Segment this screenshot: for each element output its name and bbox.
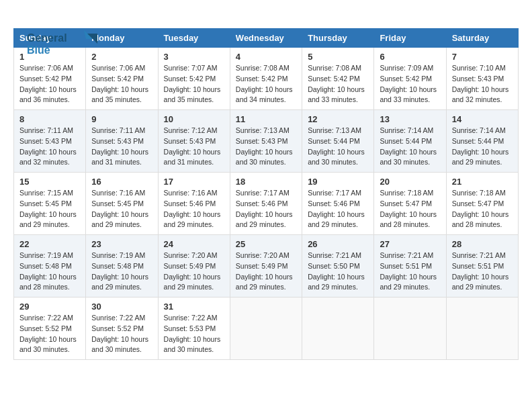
calendar-cell: 31Sunrise: 7:22 AMSunset: 5:53 PMDayligh…	[158, 298, 230, 360]
day-number: 19	[308, 177, 368, 187]
calendar-cell: 24Sunrise: 7:20 AMSunset: 5:49 PMDayligh…	[158, 235, 230, 298]
day-number: 31	[164, 302, 224, 312]
calendar-cell	[302, 298, 374, 360]
logo-svg: General Blue	[27, 27, 107, 60]
calendar-cell: 29Sunrise: 7:22 AMSunset: 5:52 PMDayligh…	[14, 298, 86, 360]
day-number: 3	[164, 52, 224, 62]
day-number: 18	[236, 177, 296, 187]
day-number: 7	[452, 52, 513, 62]
calendar-cell: 15Sunrise: 7:15 AMSunset: 5:45 PMDayligh…	[14, 173, 86, 235]
calendar-cell: 3Sunrise: 7:07 AMSunset: 5:42 PMDaylight…	[158, 48, 230, 110]
weekday-header-thursday: Thursday	[302, 29, 374, 48]
day-number: 15	[19, 177, 80, 187]
day-info: Sunrise: 7:12 AMSunset: 5:43 PMDaylight:…	[164, 126, 224, 168]
day-number: 16	[91, 177, 152, 187]
calendar-cell: 18Sunrise: 7:17 AMSunset: 5:46 PMDayligh…	[230, 173, 302, 235]
day-info: Sunrise: 7:18 AMSunset: 5:47 PMDaylight:…	[452, 188, 513, 230]
calendar-cell: 14Sunrise: 7:14 AMSunset: 5:44 PMDayligh…	[446, 110, 518, 173]
day-info: Sunrise: 7:19 AMSunset: 5:48 PMDaylight:…	[91, 250, 152, 293]
day-info: Sunrise: 7:14 AMSunset: 5:44 PMDaylight:…	[380, 126, 440, 168]
day-number: 21	[452, 177, 513, 187]
calendar-cell: 11Sunrise: 7:13 AMSunset: 5:43 PMDayligh…	[230, 110, 302, 173]
day-number: 24	[164, 239, 224, 249]
calendar-cell: 7Sunrise: 7:10 AMSunset: 5:43 PMDaylight…	[446, 48, 518, 110]
weekday-header-tuesday: Tuesday	[158, 29, 230, 48]
day-info: Sunrise: 7:16 AMSunset: 5:46 PMDaylight:…	[164, 188, 224, 230]
day-info: Sunrise: 7:08 AMSunset: 5:42 PMDaylight:…	[236, 63, 296, 105]
day-info: Sunrise: 7:17 AMSunset: 5:46 PMDaylight:…	[308, 188, 368, 230]
day-number: 5	[308, 52, 368, 62]
calendar-cell: 16Sunrise: 7:16 AMSunset: 5:45 PMDayligh…	[86, 173, 158, 235]
day-number: 12	[308, 114, 368, 124]
calendar-cell	[374, 298, 446, 360]
page-wrapper: General Blue SundayMondayTuesdayWednesda…	[13, 13, 519, 360]
day-info: Sunrise: 7:22 AMSunset: 5:52 PMDaylight:…	[19, 313, 80, 355]
day-number: 14	[452, 114, 513, 124]
day-number: 20	[380, 177, 440, 187]
day-info: Sunrise: 7:14 AMSunset: 5:44 PMDaylight:…	[452, 126, 513, 168]
calendar-cell: 28Sunrise: 7:21 AMSunset: 5:51 PMDayligh…	[446, 235, 518, 298]
day-info: Sunrise: 7:13 AMSunset: 5:43 PMDaylight:…	[236, 126, 296, 168]
weekday-header-wednesday: Wednesday	[230, 29, 302, 48]
day-number: 8	[19, 114, 80, 124]
calendar-body: 1Sunrise: 7:06 AMSunset: 5:42 PMDaylight…	[14, 48, 519, 360]
day-number: 26	[308, 239, 368, 249]
weekday-header-friday: Friday	[374, 29, 446, 48]
day-info: Sunrise: 7:07 AMSunset: 5:42 PMDaylight:…	[164, 63, 224, 105]
day-info: Sunrise: 7:06 AMSunset: 5:42 PMDaylight:…	[91, 63, 152, 105]
calendar-week-row-3: 15Sunrise: 7:15 AMSunset: 5:45 PMDayligh…	[14, 173, 519, 235]
day-number: 22	[19, 239, 80, 249]
calendar-cell: 9Sunrise: 7:11 AMSunset: 5:43 PMDaylight…	[86, 110, 158, 173]
day-info: Sunrise: 7:21 AMSunset: 5:51 PMDaylight:…	[380, 250, 440, 293]
day-info: Sunrise: 7:19 AMSunset: 5:48 PMDaylight:…	[19, 250, 80, 293]
day-info: Sunrise: 7:11 AMSunset: 5:43 PMDaylight:…	[19, 126, 80, 168]
calendar-cell: 10Sunrise: 7:12 AMSunset: 5:43 PMDayligh…	[158, 110, 230, 173]
calendar-cell: 21Sunrise: 7:18 AMSunset: 5:47 PMDayligh…	[446, 173, 518, 235]
day-info: Sunrise: 7:17 AMSunset: 5:46 PMDaylight:…	[236, 188, 296, 230]
day-info: Sunrise: 7:06 AMSunset: 5:42 PMDaylight:…	[19, 63, 80, 105]
day-number: 25	[236, 239, 296, 249]
calendar-cell: 8Sunrise: 7:11 AMSunset: 5:43 PMDaylight…	[14, 110, 86, 173]
day-info: Sunrise: 7:20 AMSunset: 5:49 PMDaylight:…	[236, 250, 296, 293]
day-number: 6	[380, 52, 440, 62]
calendar-cell	[230, 298, 302, 360]
day-info: Sunrise: 7:22 AMSunset: 5:53 PMDaylight:…	[164, 313, 224, 355]
calendar-cell: 23Sunrise: 7:19 AMSunset: 5:48 PMDayligh…	[86, 235, 158, 298]
calendar-cell: 4Sunrise: 7:08 AMSunset: 5:42 PMDaylight…	[230, 48, 302, 110]
day-info: Sunrise: 7:20 AMSunset: 5:49 PMDaylight:…	[164, 250, 224, 293]
weekday-header-saturday: Saturday	[446, 29, 518, 48]
day-number: 9	[91, 114, 152, 124]
calendar-cell: 6Sunrise: 7:09 AMSunset: 5:42 PMDaylight…	[374, 48, 446, 110]
day-info: Sunrise: 7:08 AMSunset: 5:42 PMDaylight:…	[308, 63, 368, 105]
day-info: Sunrise: 7:18 AMSunset: 5:47 PMDaylight:…	[380, 188, 440, 230]
day-number: 30	[91, 302, 152, 312]
calendar-week-row-5: 29Sunrise: 7:22 AMSunset: 5:52 PMDayligh…	[14, 298, 519, 360]
calendar-cell: 12Sunrise: 7:13 AMSunset: 5:44 PMDayligh…	[302, 110, 374, 173]
day-number: 10	[164, 114, 224, 124]
calendar-week-row-2: 8Sunrise: 7:11 AMSunset: 5:43 PMDaylight…	[14, 110, 519, 173]
calendar-cell: 27Sunrise: 7:21 AMSunset: 5:51 PMDayligh…	[374, 235, 446, 298]
calendar-cell	[446, 298, 518, 360]
day-number: 4	[236, 52, 296, 62]
day-info: Sunrise: 7:09 AMSunset: 5:42 PMDaylight:…	[380, 63, 440, 105]
day-info: Sunrise: 7:16 AMSunset: 5:45 PMDaylight:…	[91, 188, 152, 230]
calendar-table: SundayMondayTuesdayWednesdayThursdayFrid…	[13, 28, 519, 360]
top-header: General Blue	[13, 13, 519, 20]
day-number: 11	[236, 114, 296, 124]
calendar-cell: 22Sunrise: 7:19 AMSunset: 5:48 PMDayligh…	[14, 235, 86, 298]
day-info: Sunrise: 7:10 AMSunset: 5:43 PMDaylight:…	[452, 63, 513, 105]
day-number: 28	[452, 239, 513, 249]
day-info: Sunrise: 7:22 AMSunset: 5:52 PMDaylight:…	[91, 313, 152, 355]
calendar-cell: 17Sunrise: 7:16 AMSunset: 5:46 PMDayligh…	[158, 173, 230, 235]
calendar-cell: 25Sunrise: 7:20 AMSunset: 5:49 PMDayligh…	[230, 235, 302, 298]
day-number: 17	[164, 177, 224, 187]
day-number: 29	[19, 302, 80, 312]
day-number: 23	[91, 239, 152, 249]
day-info: Sunrise: 7:21 AMSunset: 5:51 PMDaylight:…	[452, 250, 513, 293]
day-info: Sunrise: 7:11 AMSunset: 5:43 PMDaylight:…	[91, 126, 152, 168]
day-info: Sunrise: 7:21 AMSunset: 5:50 PMDaylight:…	[308, 250, 368, 293]
day-info: Sunrise: 7:13 AMSunset: 5:44 PMDaylight:…	[308, 126, 368, 168]
calendar-cell: 13Sunrise: 7:14 AMSunset: 5:44 PMDayligh…	[374, 110, 446, 173]
day-number: 27	[380, 239, 440, 249]
day-number: 13	[380, 114, 440, 124]
